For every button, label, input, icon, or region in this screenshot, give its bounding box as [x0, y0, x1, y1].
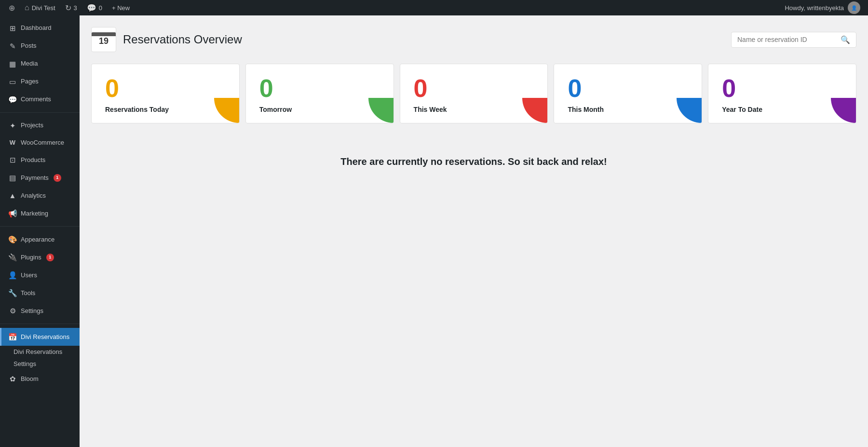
stat-label-this-month: This Month: [568, 106, 688, 113]
stat-card-this-week: 0 This Week: [400, 64, 548, 123]
avatar[interactable]: 👤: [848, 1, 860, 14]
sidebar-separator-3: [0, 324, 80, 324]
stat-label-this-week: This Week: [414, 106, 534, 113]
search-icon[interactable]: 🔍: [841, 35, 850, 44]
leaf-purple: [831, 98, 856, 123]
appearance-icon: 🎨: [8, 234, 17, 244]
wp-icon: ⊕: [9, 3, 15, 13]
stat-value-year-to-date: 0: [722, 76, 842, 101]
plugins-badge: 1: [46, 254, 54, 261]
page-header: 19 Reservations Overview 🔍: [91, 27, 856, 52]
sidebar-item-products[interactable]: ⊡ Products: [0, 151, 80, 169]
plugins-icon: 🔌: [8, 252, 17, 262]
adminbar-right: Howdy, writtenbyekta 👤: [785, 1, 864, 14]
bloom-icon: ✿: [8, 374, 17, 384]
sidebar-item-appearance[interactable]: 🎨 Appearance: [0, 230, 80, 248]
search-box: 🔍: [731, 32, 856, 48]
stat-card-today: 0 Reservations Today: [91, 64, 240, 123]
sidebar-item-dashboard[interactable]: ⊞ Dashboard: [0, 19, 80, 37]
dashboard-icon: ⊞: [8, 23, 17, 33]
adminbar-new[interactable]: + New: [107, 0, 135, 15]
media-icon: ▦: [8, 59, 17, 69]
sidebar-item-projects[interactable]: ✦ Projects: [0, 117, 80, 135]
marketing-icon: 📢: [8, 208, 17, 218]
sidebar-item-bloom[interactable]: ✿ Bloom: [0, 370, 80, 388]
sidebar-subitem-divi-reservations-main[interactable]: Divi Reservations: [0, 346, 80, 358]
page-header-left: 19 Reservations Overview: [91, 27, 242, 52]
leaf-blue: [677, 98, 702, 123]
empty-state: There are currently no reservations. So …: [91, 137, 856, 187]
stat-label-tomorrow: Tomorrow: [259, 106, 380, 113]
stat-card-year-to-date: 0 Year To Date: [708, 64, 856, 123]
sidebar-item-payments[interactable]: ▤ Payments 1: [0, 169, 80, 187]
divi-reservations-icon: 📅: [8, 332, 17, 342]
admin-bar: ⊕ ⌂ Divi Test ↻ 3 💬 0 + New Howdy, writt…: [0, 0, 868, 15]
sidebar-item-plugins[interactable]: 🔌 Plugins 1: [0, 248, 80, 266]
adminbar-howdy: Howdy, writtenbyekta: [785, 4, 844, 12]
analytics-icon: ▲: [8, 190, 17, 201]
stats-row: 0 Reservations Today 0 Tomorrow 0 This W…: [91, 64, 856, 123]
calendar-top-bar: [92, 32, 116, 36]
tools-icon: 🔧: [8, 288, 17, 298]
search-input[interactable]: [737, 36, 837, 43]
sidebar-separator-1: [0, 112, 80, 113]
stat-label-today: Reservations Today: [105, 106, 226, 113]
adminbar-wp-logo[interactable]: ⊕: [4, 0, 20, 15]
projects-icon: ✦: [8, 121, 17, 131]
empty-state-text: There are currently no reservations. So …: [101, 156, 847, 167]
sidebar-subitem-divi-reservations-settings[interactable]: Settings: [0, 358, 80, 370]
comments-nav-icon: 💬: [8, 95, 17, 105]
comments-icon: 💬: [87, 3, 96, 13]
updates-icon: ↻: [65, 3, 71, 13]
main-content: 19 Reservations Overview 🔍 0 Reservation…: [80, 15, 868, 447]
home-icon: ⌂: [25, 3, 29, 12]
adminbar-site-name[interactable]: ⌂ Divi Test: [20, 0, 60, 15]
sidebar-item-users[interactable]: 👤 Users: [0, 266, 80, 284]
stat-corner-this-month: [677, 98, 702, 123]
leaf-red: [522, 98, 547, 123]
adminbar-comments[interactable]: 💬 0: [82, 0, 107, 15]
users-icon: 👤: [8, 270, 17, 280]
stat-corner-this-week: [522, 98, 547, 123]
pages-icon: ▭: [8, 77, 17, 87]
payments-badge: 1: [54, 174, 61, 182]
payments-icon: ▤: [8, 173, 17, 183]
leaf-orange: [214, 98, 239, 123]
leaf-green: [368, 98, 393, 123]
main-layout: ⊞ Dashboard ✎ Posts ▦ Media ▭ Pages 💬 Co…: [0, 15, 868, 447]
products-icon: ⊡: [8, 155, 17, 165]
sidebar-item-woocommerce[interactable]: W WooCommerce: [0, 135, 80, 151]
sidebar-item-posts[interactable]: ✎ Posts: [0, 37, 80, 55]
posts-icon: ✎: [8, 41, 17, 51]
stat-corner-today: [214, 98, 239, 123]
sidebar-item-analytics[interactable]: ▲ Analytics: [0, 187, 80, 204]
stat-corner-year-to-date: [831, 98, 856, 123]
sidebar-item-media[interactable]: ▦ Media: [0, 55, 80, 73]
adminbar-updates[interactable]: ↻ 3: [60, 0, 82, 15]
stat-value-this-month: 0: [568, 76, 688, 101]
stat-card-this-month: 0 This Month: [554, 64, 702, 123]
sidebar-item-pages[interactable]: ▭ Pages: [0, 73, 80, 91]
stat-value-this-week: 0: [414, 76, 534, 101]
sidebar-item-settings[interactable]: ⚙ Settings: [0, 302, 80, 320]
stat-corner-tomorrow: [368, 98, 393, 123]
stat-value-tomorrow: 0: [259, 76, 380, 101]
calendar-icon-box: 19: [91, 27, 116, 52]
sidebar-item-tools[interactable]: 🔧 Tools: [0, 284, 80, 302]
stat-card-tomorrow: 0 Tomorrow: [245, 64, 394, 123]
woocommerce-icon: W: [8, 138, 17, 147]
settings-icon: ⚙: [8, 306, 17, 316]
sidebar-separator-2: [0, 226, 80, 227]
sidebar-item-marketing[interactable]: 📢 Marketing: [0, 204, 80, 222]
stat-value-today: 0: [105, 76, 226, 101]
stat-label-year-to-date: Year To Date: [722, 106, 842, 113]
sidebar-item-divi-reservations[interactable]: 📅 Divi Reservations: [0, 328, 80, 346]
page-title: Reservations Overview: [123, 33, 242, 46]
calendar-day: 19: [99, 36, 108, 47]
adminbar-left: ⊕ ⌂ Divi Test ↻ 3 💬 0 + New: [4, 0, 135, 15]
sidebar: ⊞ Dashboard ✎ Posts ▦ Media ▭ Pages 💬 Co…: [0, 15, 80, 447]
sidebar-item-comments[interactable]: 💬 Comments: [0, 91, 80, 108]
